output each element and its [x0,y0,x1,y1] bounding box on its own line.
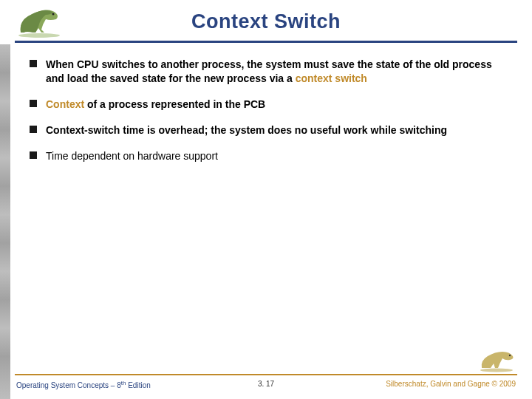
svg-point-3 [509,355,511,356]
bullet-highlight: Context [46,98,84,110]
slide-content: When CPU switches to another process, th… [30,58,510,174]
footer-copyright: Silberschatz, Galvin and Gagne © 2009 [386,380,516,388]
bullet-item: When CPU switches to another process, th… [30,58,510,86]
bullet-item: Time dependent on hardware support [30,149,510,163]
bullet-text-post: of a process represented in the PCB [84,98,265,110]
bullet-item: Context of a process represented in the … [30,98,510,112]
svg-point-0 [18,33,60,38]
bullet-text-pre: When CPU switches to another process, th… [46,58,492,84]
bullet-highlight: context switch [296,72,367,84]
bullet-text-pre: Context-switch time is overhead; the sys… [46,124,447,136]
slide-title: Context Switch [0,10,532,33]
dinosaur-small-icon [477,347,516,372]
slide-header: Context Switch [0,0,532,43]
bullet-item: Context-switch time is overhead; the sys… [30,123,510,137]
bullet-text-pre: Time dependent on hardware support [46,150,218,162]
decorative-left-strip [0,44,10,399]
svg-point-2 [480,369,513,372]
header-divider [15,41,517,43]
slide-footer: Operating System Concepts – 8th Edition … [0,374,532,393]
footer-divider [15,374,517,375]
